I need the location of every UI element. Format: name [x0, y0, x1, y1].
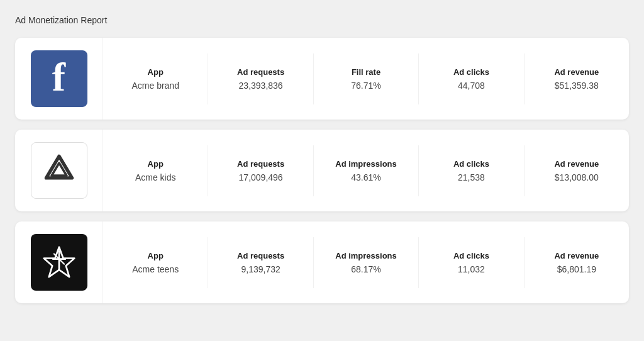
cell-label-acme-brand-4: Ad revenue [554, 67, 599, 77]
logo-cell-acme-kids [15, 130, 103, 211]
data-cell-acme-teens-4: Ad revenue$6,801.19 [525, 237, 629, 288]
cell-label-acme-brand-3: Ad clicks [453, 67, 489, 77]
cell-label-acme-brand-1: Ad requests [237, 67, 284, 77]
cell-label-acme-kids-4: Ad revenue [554, 159, 599, 169]
facebook-logo: f [31, 50, 87, 107]
data-cell-acme-kids-3: Ad clicks21,538 [419, 145, 524, 196]
logo-cell-acme-teens [15, 221, 103, 303]
data-cell-acme-teens-3: Ad clicks11,032 [419, 237, 524, 288]
data-cell-acme-kids-0: AppAcme kids [103, 145, 208, 196]
cell-value-acme-kids-2: 43.61% [351, 172, 380, 182]
cell-label-acme-kids-0: App [148, 159, 164, 169]
cell-label-acme-teens-3: Ad clicks [453, 251, 489, 260]
data-cells-acme-brand: AppAcme brandAd requests23,393,836Fill r… [103, 53, 629, 104]
unity-logo [31, 142, 87, 199]
data-cell-acme-kids-4: Ad revenue$13,008.00 [525, 145, 629, 196]
cell-value-acme-brand-4: $51,359.38 [555, 81, 599, 91]
cell-label-acme-teens-0: App [148, 251, 164, 260]
data-cell-acme-teens-0: AppAcme teens [103, 237, 208, 288]
facebook-f-letter: f [52, 57, 65, 98]
cell-value-acme-brand-2: 76.71% [351, 81, 380, 91]
cell-label-acme-brand-2: Fill rate [352, 67, 380, 77]
cell-value-acme-teens-1: 9,139,732 [241, 264, 280, 274]
cell-value-acme-kids-1: 17,009,496 [239, 172, 283, 182]
cell-label-acme-brand-0: App [148, 67, 164, 77]
data-cell-acme-brand-0: AppAcme brand [103, 53, 208, 104]
logo-cell-acme-brand: f [15, 38, 103, 120]
teens-logo [31, 234, 87, 291]
cell-value-acme-kids-4: $13,008.00 [555, 172, 599, 182]
data-cells-acme-kids: AppAcme kidsAd requests17,009,496Ad impr… [103, 145, 629, 196]
data-cell-acme-kids-2: Ad impressions43.61% [314, 145, 419, 196]
unity-icon [42, 154, 76, 187]
data-cell-acme-kids-1: Ad requests17,009,496 [208, 145, 313, 196]
data-cell-acme-brand-4: Ad revenue$51,359.38 [525, 53, 629, 104]
cell-label-acme-kids-1: Ad requests [237, 159, 284, 169]
cell-value-acme-teens-4: $6,801.19 [557, 264, 596, 274]
data-cells-acme-teens: AppAcme teensAd requests9,139,732Ad impr… [103, 237, 629, 288]
report-card-acme-brand: f AppAcme brandAd requests23,393,836Fill… [15, 38, 629, 120]
data-cell-acme-teens-2: Ad impressions68.17% [314, 237, 419, 288]
cell-label-acme-teens-2: Ad impressions [335, 251, 397, 260]
cell-label-acme-kids-2: Ad impressions [335, 159, 397, 169]
data-cell-acme-brand-2: Fill rate76.71% [314, 53, 419, 104]
data-cell-acme-brand-1: Ad requests23,393,836 [208, 53, 313, 104]
cell-value-acme-brand-3: 44,708 [458, 81, 485, 91]
cell-value-acme-kids-0: Acme kids [135, 172, 176, 182]
data-cell-acme-brand-3: Ad clicks44,708 [419, 53, 524, 104]
page-title: Ad Monetization Report [15, 15, 629, 25]
cell-value-acme-teens-3: 11,032 [458, 264, 485, 274]
cards-container: f AppAcme brandAd requests23,393,836Fill… [15, 38, 629, 303]
cell-value-acme-teens-2: 68.17% [351, 264, 380, 274]
cell-value-acme-brand-1: 23,393,836 [239, 81, 283, 91]
cell-value-acme-kids-3: 21,538 [458, 172, 485, 182]
report-card-acme-kids: AppAcme kidsAd requests17,009,496Ad impr… [15, 130, 629, 211]
teens-icon [42, 245, 76, 279]
cell-label-acme-teens-4: Ad revenue [554, 251, 599, 260]
cell-value-acme-brand-0: Acme brand [131, 81, 179, 91]
report-card-acme-teens: AppAcme teensAd requests9,139,732Ad impr… [15, 221, 629, 303]
data-cell-acme-teens-1: Ad requests9,139,732 [208, 237, 313, 288]
cell-label-acme-kids-3: Ad clicks [453, 159, 489, 169]
cell-value-acme-teens-0: Acme teens [132, 264, 179, 274]
cell-label-acme-teens-1: Ad requests [237, 251, 284, 260]
